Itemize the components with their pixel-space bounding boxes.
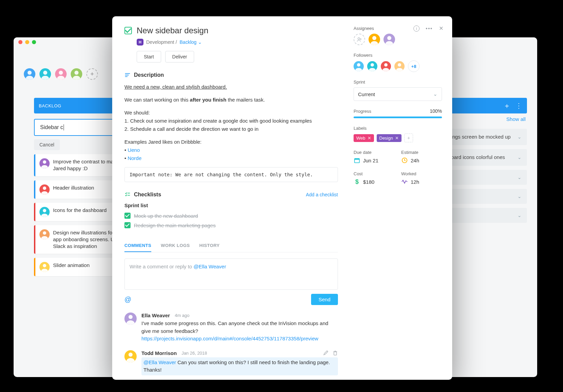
- close-icon[interactable]: ✕: [439, 25, 443, 32]
- followers-more[interactable]: +8: [408, 60, 420, 72]
- label-chip[interactable]: Web✕: [354, 134, 374, 142]
- task-complete-icon[interactable]: [124, 27, 132, 34]
- project-pill[interactable]: H: [137, 39, 143, 46]
- chevron-down-icon: ⌄: [517, 175, 522, 180]
- tab-comments[interactable]: COMMENTS: [124, 239, 151, 252]
- deliver-button[interactable]: Deliver: [165, 51, 194, 63]
- show-all-link[interactable]: Show all: [506, 116, 526, 122]
- assignee-avatar[interactable]: [383, 34, 395, 45]
- svg-point-33: [357, 63, 360, 67]
- edit-icon[interactable]: [323, 350, 328, 356]
- info-icon[interactable]: i: [413, 25, 420, 32]
- section-title: Description: [134, 72, 164, 78]
- checkbox-icon[interactable]: [124, 213, 131, 219]
- member-avatar[interactable]: [24, 68, 35, 80]
- desc-line: We need a new, clean and stylish dashboa…: [124, 84, 227, 90]
- svg-point-13: [41, 214, 48, 217]
- follower-avatar[interactable]: [367, 61, 377, 71]
- follower-avatar[interactable]: [394, 61, 405, 71]
- add-checklist-link[interactable]: Add a checklist: [306, 192, 338, 197]
- svg-point-9: [41, 165, 48, 168]
- description-body[interactable]: We need a new, clean and stylish dashboa…: [124, 83, 338, 182]
- link-norde[interactable]: Norde: [127, 155, 141, 161]
- crumb-list[interactable]: Backlog ⌄: [180, 39, 202, 45]
- window-close-dot[interactable]: [18, 40, 22, 44]
- add-card-icon[interactable]: ＋: [504, 101, 511, 110]
- svg-rect-21: [127, 193, 130, 194]
- svg-point-17: [41, 269, 48, 272]
- comment-tabs: COMMENTS WORK LOGS HISTORY: [124, 239, 338, 252]
- due-date[interactable]: Jun 21: [354, 157, 394, 164]
- checklist-item[interactable]: Redesign the main marketing pages: [124, 220, 338, 230]
- more-icon[interactable]: •••: [426, 26, 433, 31]
- tab-history[interactable]: HISTORY: [199, 239, 220, 252]
- column-title: BACKLOG: [39, 103, 61, 108]
- svg-point-34: [355, 68, 362, 71]
- clock-icon: [401, 157, 408, 164]
- card-text: Icons for the dashboard: [53, 207, 107, 214]
- label-text: Design: [379, 136, 393, 141]
- breadcrumb: H Development / Backlog ⌄: [137, 39, 338, 46]
- checklist-item[interactable]: Mock up the new dashboard: [124, 211, 338, 220]
- checklist-name: Sprint list: [124, 202, 338, 208]
- follower-avatar[interactable]: [381, 61, 391, 71]
- comment-text: I've made some progress on this. Can any…: [141, 320, 338, 343]
- svg-point-10: [43, 186, 46, 190]
- svg-point-8: [43, 160, 46, 164]
- card-avatar: [39, 229, 50, 239]
- new-card-value: Sidebar c: [40, 124, 63, 130]
- start-button[interactable]: Start: [137, 51, 161, 63]
- worked[interactable]: 12h: [401, 178, 442, 185]
- comment-avatar: [124, 313, 137, 325]
- svg-point-28: [358, 38, 360, 40]
- svg-point-37: [384, 63, 388, 67]
- svg-point-11: [41, 191, 48, 195]
- sprint-select[interactable]: Current ⌄: [354, 87, 442, 101]
- svg-point-23: [129, 315, 133, 319]
- comment: Ella Weaver4m ago I've made some progres…: [124, 313, 338, 343]
- tab-worklogs[interactable]: WORK LOGS: [161, 239, 190, 252]
- chevron-down-icon: ⌄: [517, 155, 522, 160]
- follower-avatar[interactable]: [354, 61, 364, 71]
- remove-label-icon[interactable]: ✕: [368, 136, 371, 141]
- remove-label-icon[interactable]: ✕: [395, 136, 399, 141]
- progress-bar: [354, 117, 442, 118]
- crumb-project: Development /: [146, 39, 177, 45]
- comment-avatar: [124, 350, 137, 362]
- member-avatar[interactable]: [71, 68, 82, 80]
- window-min-dot[interactable]: [25, 40, 29, 44]
- member-avatar[interactable]: [39, 68, 51, 80]
- svg-point-4: [59, 71, 63, 75]
- chevron-down-icon: ⌄: [433, 91, 438, 97]
- svg-point-7: [73, 76, 80, 80]
- svg-point-16: [43, 264, 46, 267]
- checklist-icon: [124, 192, 131, 198]
- mention-icon[interactable]: @: [124, 296, 131, 303]
- column-menu-icon[interactable]: ⋮: [515, 102, 523, 110]
- add-member-button[interactable]: +: [86, 68, 98, 80]
- comment-link[interactable]: https://projects.invisionapp.com/d/main#…: [141, 336, 318, 341]
- comment-input[interactable]: Write a comment or reply to @Ella Weaver: [124, 259, 338, 290]
- card-text: Slider animation: [53, 262, 90, 269]
- description-note: Important note: We are not changing the …: [124, 167, 338, 182]
- svg-point-30: [371, 41, 378, 45]
- member-avatar[interactable]: [55, 68, 67, 80]
- svg-point-26: [126, 358, 135, 362]
- window-max-dot[interactable]: [32, 40, 36, 44]
- checkbox-icon[interactable]: [124, 222, 131, 228]
- svg-point-31: [387, 36, 391, 40]
- send-button[interactable]: Send: [311, 294, 338, 305]
- mention[interactable]: @Ella Weaver: [143, 359, 176, 365]
- add-label-button[interactable]: +: [404, 133, 413, 142]
- cost[interactable]: $ $180: [354, 178, 394, 185]
- cancel-button[interactable]: Cancel: [34, 139, 60, 150]
- card-avatar: [39, 184, 50, 195]
- link-ueno[interactable]: Ueno: [127, 147, 140, 153]
- label-chip[interactable]: Design✕: [377, 134, 402, 142]
- delete-icon[interactable]: [332, 350, 338, 356]
- comment-time: Jan 26, 2018: [182, 351, 207, 356]
- svg-point-35: [371, 63, 374, 67]
- add-assignee-button[interactable]: [354, 34, 365, 45]
- assignee-avatar[interactable]: [369, 34, 380, 45]
- estimate[interactable]: 24h: [401, 157, 442, 164]
